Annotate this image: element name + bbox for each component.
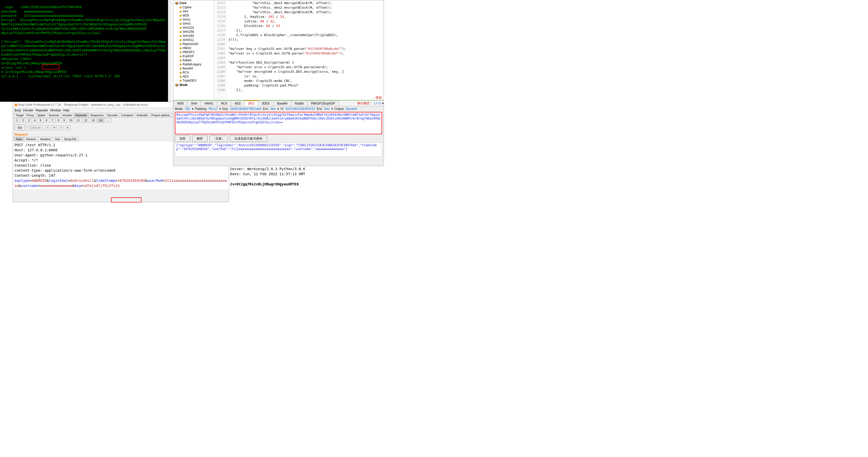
algo-tab-hmac[interactable]: HMAC: [201, 101, 217, 106]
tree-header[interactable]: 📦 Core: [174, 1, 213, 5]
tree-item-x64[interactable]: ◆ X64: [174, 9, 213, 13]
repeater-tab-3[interactable]: 3: [26, 118, 32, 123]
tree-item-base64[interactable]: ◆ Base64: [174, 66, 213, 70]
copy-link[interactable]: ↑复制: [374, 96, 382, 100]
crypto-input-textarea[interactable]: NIszaqFPos1vdOpFqKlB42Np5itPxaNH//FDsRnl…: [175, 112, 382, 134]
iv-input[interactable]: 8332303238303932: [286, 107, 315, 110]
tab-extender[interactable]: Extender: [135, 113, 150, 117]
tree-item-pbkdf2[interactable]: ◆ PBKDF2: [174, 50, 213, 54]
tree-footer[interactable]: 📦 Mode: [174, 83, 213, 87]
tree-item-sha512[interactable]: ◆ SHA512: [174, 38, 213, 42]
tree-item-rabbitlegacy[interactable]: ◆ RabbitLegacy: [174, 62, 213, 66]
tree-item-sha384[interactable]: ◆ SHA384: [174, 34, 213, 38]
padding-label: Padding:: [195, 107, 207, 110]
enc1-label: Enc:: [263, 107, 269, 110]
tab-intruder[interactable]: Intruder: [61, 113, 74, 117]
repeater-tab-8[interactable]: 8: [55, 118, 61, 123]
tree-item-evpkdf[interactable]: ◆ EvpKDF: [174, 54, 213, 58]
view-tab-hex[interactable]: Hex: [53, 137, 63, 141]
prev-dropdown[interactable]: ▾: [52, 125, 57, 130]
tab-sequencer[interactable]: Sequencer: [89, 113, 106, 117]
algo-tab-base64[interactable]: Base64: [273, 101, 291, 106]
crypto-output-textarea[interactable]: {"equtype":"ANDROID","loginImei":"Androi…: [175, 143, 382, 157]
tab-project options[interactable]: Project options: [150, 113, 172, 117]
decrypt-button[interactable]: 解密: [192, 135, 208, 142]
tree-item-sha256[interactable]: ◆ SHA256: [174, 30, 213, 34]
code-editor: 📦 Core ◆ Cipher◆ X64◆ MD5◆ SHA1◆ SHA3◆ S…: [173, 0, 384, 100]
generate-js-button[interactable]: 生成当前方案JS脚本: [230, 135, 267, 142]
tree-item-sha224[interactable]: ◆ SHA224: [174, 26, 213, 30]
algo-tab-pbkdf2/evpkdf[interactable]: PBKDF2/EvpKDF: [307, 101, 339, 106]
encrypt-button[interactable]: 加密: [175, 135, 190, 142]
enc2-select[interactable]: Hex: [324, 107, 330, 110]
code-pane[interactable]: 1171 1172 1173 1174 1175 1176 1177 1178 …: [214, 0, 383, 100]
next-dropdown[interactable]: ▾: [65, 125, 70, 130]
view-tab-burpytab[interactable]: BurpyTab: [62, 137, 79, 141]
repeater-tab-...[interactable]: ...: [104, 118, 111, 123]
tab-repeater[interactable]: Repeater: [74, 113, 89, 117]
view-tab-headers[interactable]: Headers: [38, 137, 53, 141]
repeater-tab-12[interactable]: 12: [82, 118, 90, 123]
code-lines[interactable]: "kw">this._des3.decryptBlock(M, offset);…: [227, 0, 383, 100]
tab-proxy[interactable]: Proxy: [26, 113, 36, 117]
cryptojs-tree[interactable]: 📦 Core ◆ Cipher◆ X64◆ MD5◆ SHA1◆ SHA3◆ S…: [173, 0, 214, 100]
tree-item-cipher[interactable]: ◆ Cipher: [174, 5, 213, 9]
next-button[interactable]: >: [58, 125, 64, 130]
terminal-scrollbar[interactable]: [168, 0, 172, 102]
line-gutter: 1171 1172 1173 1174 1175 1176 1177 1178 …: [214, 0, 227, 100]
tree-item-ripemd160[interactable]: ◆ Ripemd160: [174, 42, 213, 46]
tree-item-sha3[interactable]: ◆ SHA3: [174, 22, 213, 26]
repeater-tab-2[interactable]: 2: [20, 118, 26, 123]
algo-tab-sha[interactable]: SHA: [187, 101, 201, 106]
mode-label: Mode:: [175, 107, 183, 110]
algo-tab-rc4[interactable]: RC4: [217, 101, 231, 106]
response-server: Server: Werkzeug/2.0.3 Python/3.8.6: [230, 166, 381, 171]
tab-target[interactable]: Target: [14, 113, 26, 117]
repeater-tab-9[interactable]: 9: [61, 118, 67, 123]
output-select[interactable]: Base64: [346, 107, 357, 110]
tree-item-tripledes[interactable]: ◆ TripleDES: [174, 78, 213, 83]
mode-select[interactable]: CBC: [185, 107, 190, 110]
tab-decoder[interactable]: Decoder: [106, 113, 120, 117]
repeater-tab-4[interactable]: 4: [32, 118, 38, 123]
repeater-tab-7[interactable]: 7: [50, 118, 56, 123]
burp-icon: ▣: [14, 103, 17, 106]
cancel-button[interactable]: Cancel: [27, 125, 43, 130]
repeater-tab-13[interactable]: 13: [89, 118, 97, 123]
prev-button[interactable]: <: [45, 125, 50, 130]
algo-tab-rabbit[interactable]: Rabbit: [291, 101, 308, 106]
repeater-tab-5[interactable]: 5: [38, 118, 44, 123]
menu-repeater[interactable]: Repeater: [36, 108, 48, 112]
key-input[interactable]: 2bd9186481f892ae6: [230, 107, 261, 110]
wrap-mode-value[interactable]: \r\n: [374, 101, 381, 105]
tab-spider[interactable]: Spider: [36, 113, 48, 117]
algo-tab-3des[interactable]: 3DES: [258, 101, 273, 106]
tab-scanner[interactable]: Scanner: [48, 113, 61, 117]
menu-help[interactable]: Help: [63, 108, 69, 112]
response-view: Server: Werkzeug/2.0.3 Python/3.8.6 Date…: [229, 165, 382, 188]
tree-item-hmac[interactable]: ◆ HMAC: [174, 46, 213, 50]
padding-select[interactable]: Pkcs7: [209, 107, 218, 110]
view-tab-raw[interactable]: Raw: [14, 137, 24, 141]
view-tab-params[interactable]: Params: [24, 137, 38, 141]
swap-button[interactable]: ↑互换↓: [210, 135, 228, 142]
tab-comparer[interactable]: Comparer: [119, 113, 135, 117]
enc1-select[interactable]: Hex: [270, 107, 276, 110]
tree-item-rc4[interactable]: ◆ RC4: [174, 70, 213, 74]
algo-tab-des[interactable]: DES: [244, 100, 258, 106]
repeater-tab-6[interactable]: 6: [43, 118, 50, 123]
menu-burp[interactable]: Burp: [14, 108, 21, 112]
algo-tab-md5[interactable]: MD5: [173, 101, 187, 106]
repeater-tab-10[interactable]: 10: [67, 118, 74, 123]
tree-item-aes[interactable]: ◆ AES: [174, 74, 213, 78]
go-button[interactable]: Go: [14, 125, 25, 130]
repeater-tab-1[interactable]: 1: [14, 118, 20, 123]
menu-intruder[interactable]: Intruder: [23, 108, 33, 112]
tree-item-md5[interactable]: ◆ MD5: [174, 13, 213, 18]
menu-window[interactable]: Window: [50, 108, 61, 112]
repeater-tab-14[interactable]: 14: [97, 118, 104, 123]
tree-item-sha1[interactable]: ◆ SHA1: [174, 18, 213, 22]
algo-tab-aes[interactable]: AES: [230, 101, 244, 106]
tree-item-rabbit[interactable]: ◆ Rabbit: [174, 58, 213, 62]
repeater-tab-11[interactable]: 11: [74, 118, 82, 123]
